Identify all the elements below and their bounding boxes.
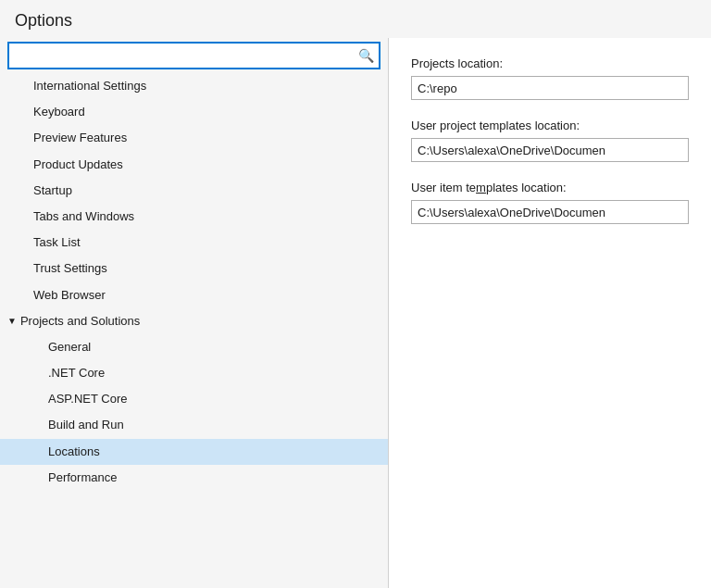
user-project-templates-input[interactable] xyxy=(411,138,689,162)
sidebar-item-startup[interactable]: Startup xyxy=(0,178,388,204)
sidebar-item-build-and-run[interactable]: Build and Run xyxy=(0,412,388,438)
options-dialog: Options 🔍 International Settings Keyboar… xyxy=(0,0,711,588)
search-container: 🔍 xyxy=(7,42,380,69)
projects-location-group: Projects location: xyxy=(411,56,689,100)
sidebar-item-keyboard[interactable]: Keyboard xyxy=(0,99,388,125)
right-panel: Projects location: User project template… xyxy=(389,38,711,588)
sidebar-item-preview-features[interactable]: Preview Features xyxy=(0,125,388,151)
sidebar-item-international-settings[interactable]: International Settings xyxy=(0,73,388,99)
tree-container[interactable]: International Settings Keyboard Preview … xyxy=(0,73,388,588)
sidebar-item-net-core[interactable]: .NET Core xyxy=(0,360,388,386)
search-icon: 🔍 xyxy=(358,48,374,63)
sidebar-item-aspnet-core[interactable]: ASP.NET Core xyxy=(0,386,388,412)
sidebar-item-projects-and-solutions[interactable]: ▼ Projects and Solutions xyxy=(0,308,388,334)
projects-location-input[interactable] xyxy=(411,76,689,100)
user-item-templates-label: User item templates location: xyxy=(411,181,689,194)
search-button[interactable]: 🔍 xyxy=(353,43,379,69)
sidebar-item-performance[interactable]: Performance xyxy=(0,465,388,491)
user-item-templates-input[interactable] xyxy=(411,200,689,224)
sidebar-item-product-updates[interactable]: Product Updates xyxy=(0,152,388,178)
left-panel: 🔍 International Settings Keyboard Previe… xyxy=(0,38,389,588)
sidebar-item-locations[interactable]: Locations xyxy=(0,439,388,465)
sidebar-item-tabs-and-windows[interactable]: Tabs and Windows xyxy=(0,204,388,230)
sidebar-item-trust-settings[interactable]: Trust Settings xyxy=(0,256,388,281)
sidebar-item-task-list[interactable]: Task List xyxy=(0,230,388,256)
user-project-templates-group: User project templates location: xyxy=(411,119,689,162)
dialog-body: 🔍 International Settings Keyboard Previe… xyxy=(0,38,711,588)
search-input[interactable] xyxy=(9,45,353,67)
expand-triangle-icon: ▼ xyxy=(7,315,17,328)
dialog-title: Options xyxy=(0,0,711,38)
user-item-templates-group: User item templates location: xyxy=(411,181,689,224)
user-project-templates-label: User project templates location: xyxy=(411,119,689,132)
sidebar-item-general[interactable]: General xyxy=(0,334,388,360)
sidebar-item-web-browser[interactable]: Web Browser xyxy=(0,282,388,308)
projects-location-label: Projects location: xyxy=(411,56,689,70)
